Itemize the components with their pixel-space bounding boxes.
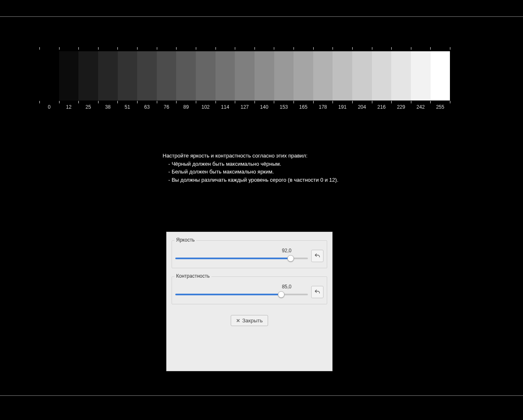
gray-block	[333, 51, 352, 100]
gray-block	[59, 51, 79, 100]
top-separator	[0, 16, 523, 17]
gray-block	[391, 51, 411, 100]
instructions-rule-1: - Чёрный должен быть максимально чёрным.	[163, 160, 338, 168]
grayscale-label: 38	[105, 104, 110, 110]
contrast-value: 85,0	[282, 284, 291, 290]
grayscale-label: 242	[417, 104, 425, 110]
gray-block	[78, 51, 98, 100]
gray-block	[235, 51, 255, 100]
contrast-reset-button[interactable]	[311, 286, 323, 298]
grayscale-label: 216	[377, 104, 385, 110]
contrast-group: Контрастность 85,0	[172, 276, 327, 304]
grayscale-label: 89	[183, 104, 188, 110]
gray-block	[411, 51, 431, 100]
grayscale-label: 191	[338, 104, 346, 110]
brightness-value: 92,0	[282, 248, 291, 253]
brightness-group: Яркость 92,0	[172, 240, 327, 268]
close-button-label: Закрыть	[242, 317, 263, 324]
undo-icon	[314, 253, 321, 259]
gray-block	[274, 51, 294, 100]
grayscale-label: 127	[241, 104, 249, 110]
grayscale-label: 12	[66, 104, 71, 110]
grayscale-label: 204	[358, 104, 366, 110]
grayscale-label: 114	[221, 104, 229, 110]
grayscale-labels: 0122538516376891021141271401531651781912…	[39, 104, 450, 112]
gray-block	[352, 51, 372, 100]
bottom-separator	[0, 395, 523, 396]
close-button[interactable]: ✕ Закрыть	[231, 315, 268, 326]
gray-block	[255, 51, 274, 100]
grayscale-label: 165	[299, 104, 307, 110]
grayscale-label: 0	[48, 104, 50, 110]
grayscale-label: 255	[436, 104, 444, 110]
grayscale-label: 25	[85, 104, 91, 110]
gray-block	[137, 51, 157, 100]
contrast-slider[interactable]: 85,0	[175, 292, 308, 295]
brightness-slider[interactable]: 92,0	[175, 256, 308, 259]
instructions-rule-3: - Вы должны различать каждый уровень сер…	[163, 176, 338, 184]
contrast-label: Контрастность	[174, 273, 211, 279]
tick-row-top	[39, 47, 450, 51]
gray-block	[431, 51, 450, 100]
gray-block	[313, 51, 333, 100]
gray-block	[196, 51, 216, 100]
brightness-reset-button[interactable]	[311, 250, 323, 262]
gray-block	[294, 51, 313, 100]
close-icon: ✕	[236, 318, 240, 324]
gray-block	[157, 51, 177, 100]
instructions-heading: Настройте яркость и контрастность соглас…	[163, 152, 338, 160]
grayscale-label: 63	[144, 104, 149, 110]
undo-icon	[314, 289, 321, 295]
gray-block	[176, 51, 196, 100]
gray-block	[216, 51, 235, 100]
grayscale-label: 153	[280, 104, 288, 110]
grayscale-label: 229	[397, 104, 405, 110]
grayscale-label: 178	[319, 104, 327, 110]
settings-dialog: Яркость 92,0 Контрастность 85,0	[166, 232, 333, 371]
gray-block	[98, 51, 118, 100]
grayscale-label: 102	[202, 104, 210, 110]
grayscale-label: 76	[164, 104, 169, 110]
grayscale-strip	[39, 51, 450, 100]
gray-block	[39, 51, 59, 100]
grayscale-label: 140	[260, 104, 268, 110]
contrast-slider-thumb[interactable]	[278, 291, 284, 298]
brightness-label: Яркость	[174, 237, 196, 243]
instructions-rule-2: - Белый должен быть максимально ярким.	[163, 168, 338, 176]
gray-block	[372, 51, 392, 100]
instructions-text: Настройте яркость и контрастность соглас…	[163, 152, 338, 184]
brightness-slider-thumb[interactable]	[287, 255, 294, 262]
grayscale-label: 51	[125, 104, 130, 110]
gray-block	[118, 51, 138, 100]
